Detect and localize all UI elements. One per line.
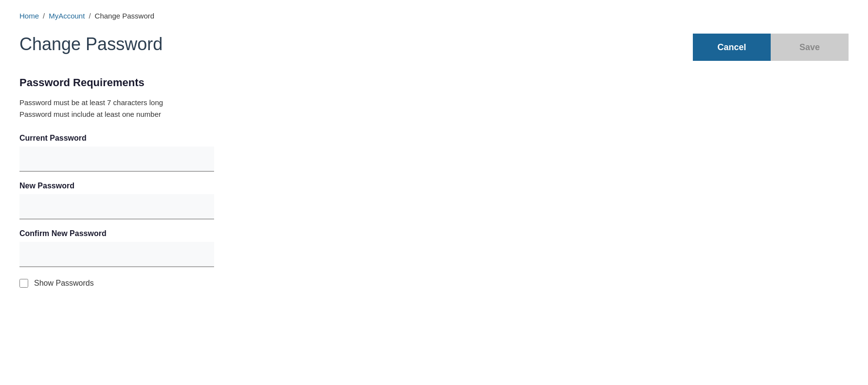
cancel-button[interactable]: Cancel [693, 34, 771, 61]
confirm-password-input[interactable] [19, 242, 214, 267]
save-button[interactable]: Save [771, 34, 849, 61]
current-password-label: Current Password [19, 134, 263, 143]
confirm-password-group: Confirm New Password [19, 229, 263, 267]
requirements-list: Password must be at least 7 characters l… [19, 97, 263, 120]
show-passwords-checkbox[interactable] [19, 279, 28, 288]
new-password-label: New Password [19, 182, 263, 190]
breadcrumb-current: Change Password [95, 12, 155, 20]
requirement-item: Password must be at least 7 characters l… [19, 97, 263, 109]
confirm-password-label: Confirm New Password [19, 229, 263, 238]
new-password-group: New Password [19, 182, 263, 220]
show-passwords-label[interactable]: Show Passwords [34, 279, 94, 288]
current-password-group: Current Password [19, 134, 263, 172]
new-password-input[interactable] [19, 194, 214, 220]
requirements-title: Password Requirements [19, 76, 263, 89]
requirement-item: Password must include at least one numbe… [19, 109, 263, 120]
show-passwords-row: Show Passwords [19, 279, 263, 288]
current-password-input[interactable] [19, 147, 214, 172]
header-row: Change Password Cancel Save [19, 34, 849, 61]
requirements-section: Password Requirements Password must be a… [19, 76, 263, 120]
breadcrumb-home[interactable]: Home [19, 12, 39, 20]
breadcrumb-sep-2: / [89, 12, 90, 20]
form-section: Password Requirements Password must be a… [19, 76, 263, 288]
breadcrumb-myaccount[interactable]: MyAccount [49, 12, 85, 20]
breadcrumb: Home / MyAccount / Change Password [19, 12, 849, 20]
header-actions: Cancel Save [693, 34, 849, 61]
breadcrumb-sep-1: / [43, 12, 45, 20]
page-container: Home / MyAccount / Change Password Chang… [0, 0, 868, 385]
page-title: Change Password [19, 34, 163, 55]
